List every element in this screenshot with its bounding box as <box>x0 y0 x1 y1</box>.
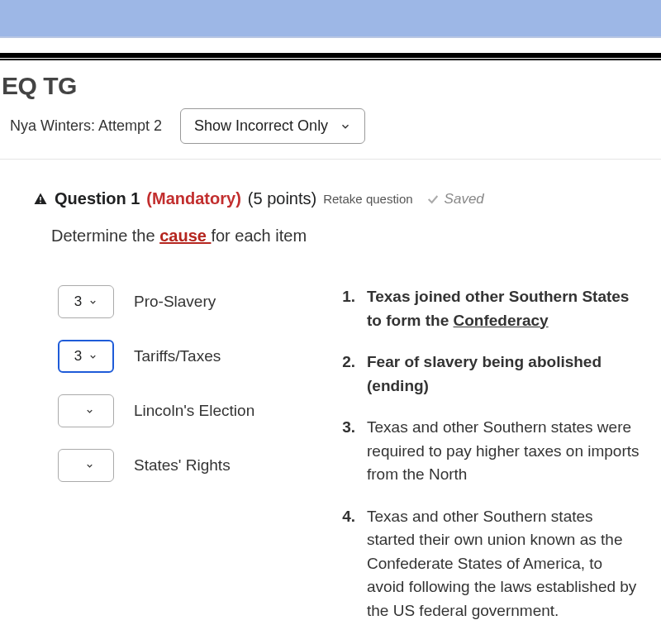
match-dropdown-4[interactable] <box>58 449 114 482</box>
check-icon <box>426 193 440 206</box>
chevron-down-icon <box>88 352 97 361</box>
prompt-prefix: Determine the <box>51 227 159 245</box>
warning-icon <box>33 192 48 207</box>
match-left-column: 3 Pro-Slavery 3 Tariffs/Taxes <box>33 285 314 641</box>
match-dropdown-1[interactable]: 3 <box>58 285 114 318</box>
saved-status: Saved <box>445 191 484 208</box>
answer-text: Texas and other Southern states were req… <box>367 416 643 487</box>
answer-text: Texas joined other Southern States to fo… <box>367 285 643 332</box>
answer-number: 1. <box>339 285 355 332</box>
top-band <box>0 0 661 38</box>
prompt-highlight: cause <box>159 227 211 245</box>
match-label: Pro-Slavery <box>134 293 216 311</box>
answer-number: 2. <box>339 351 355 398</box>
answer-item: 4. Texas and other Southern states start… <box>339 505 643 623</box>
answer-text: Fear of slavery being abolished (ending) <box>367 351 643 398</box>
question-1-prompt: Determine the cause for each item <box>51 227 661 246</box>
match-dropdown-value: 3 <box>74 348 82 365</box>
question-1-label: Question 1 <box>55 189 140 208</box>
match-label: Tariffs/Taxes <box>134 347 221 365</box>
page-title: EQ TG <box>0 72 661 100</box>
divider-thick <box>0 53 661 58</box>
retake-question-link[interactable]: Retake question <box>323 192 412 206</box>
match-label: States' Rights <box>134 456 231 475</box>
divider-thin <box>0 59 661 60</box>
answer-number: 3. <box>339 416 355 487</box>
answer-item: 2. Fear of slavery being abolished (endi… <box>339 351 643 398</box>
match-row: 3 Pro-Slavery <box>58 285 314 318</box>
answer-number: 4. <box>339 505 355 623</box>
match-row: 3 Tariffs/Taxes <box>58 340 314 373</box>
match-label: Lincoln's Election <box>134 402 254 420</box>
chevron-down-icon <box>88 298 97 307</box>
question-1-header: Question 1 (Mandatory) (5 points) Retake… <box>33 189 661 208</box>
answer-text: Texas and other Southern states started … <box>367 505 643 623</box>
answer-item: 1. Texas joined other Southern States to… <box>339 285 643 332</box>
question-1-points: (5 points) <box>248 189 316 208</box>
chevron-down-icon <box>340 121 351 132</box>
chevron-down-icon <box>85 461 94 470</box>
answer-key-column: 1. Texas joined other Southern States to… <box>339 285 661 641</box>
match-row: States' Rights <box>58 449 314 482</box>
prompt-suffix: for each item <box>211 227 307 245</box>
filter-dropdown-label: Show Incorrect Only <box>194 117 328 135</box>
answer-item: 3. Texas and other Southern states were … <box>339 416 643 487</box>
question-1-mandatory: (Mandatory) <box>146 189 240 208</box>
match-row: Lincoln's Election <box>58 394 314 427</box>
match-dropdown-2[interactable]: 3 <box>58 340 114 373</box>
spacer <box>0 38 661 53</box>
attempt-label: Nya Winters: Attempt 2 <box>10 117 162 135</box>
svg-rect-0 <box>40 197 41 201</box>
match-dropdown-value: 3 <box>74 293 82 310</box>
svg-rect-1 <box>40 202 41 203</box>
chevron-down-icon <box>85 407 94 416</box>
match-dropdown-3[interactable] <box>58 394 114 427</box>
filter-dropdown[interactable]: Show Incorrect Only <box>180 108 365 144</box>
